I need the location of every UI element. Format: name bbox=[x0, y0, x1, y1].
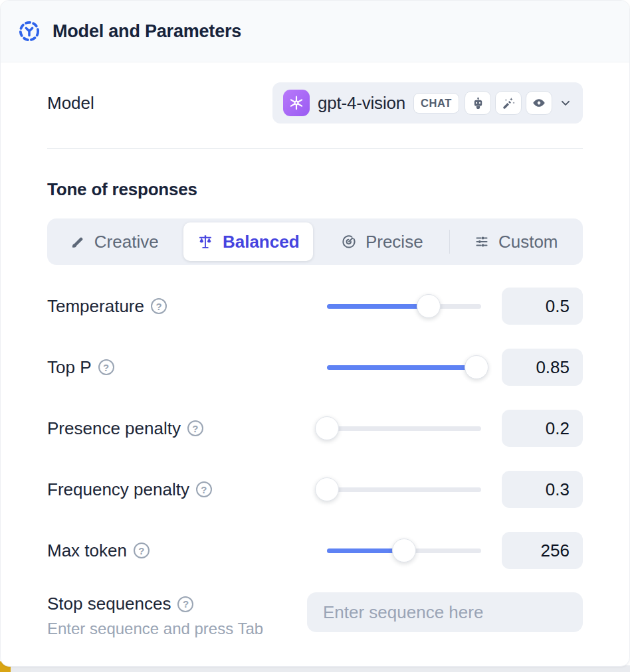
vision-eye-icon bbox=[526, 91, 552, 115]
tab-precise[interactable]: Precise bbox=[317, 222, 447, 261]
target-arrow-icon bbox=[341, 234, 357, 250]
openai-logo-icon bbox=[283, 90, 310, 116]
model-label: Model bbox=[47, 93, 94, 114]
tab-custom[interactable]: Custom bbox=[451, 222, 581, 261]
parameter-label: Frequency penalty bbox=[47, 479, 189, 500]
parameter-label: Presence penalty bbox=[47, 418, 181, 439]
tone-section-title: Tone of responses bbox=[47, 179, 583, 200]
tab-label: Balanced bbox=[223, 232, 300, 252]
max-token-row: Max token ? 256 bbox=[47, 532, 583, 569]
stop-sequences-hint: Enter sequence and press Tab bbox=[47, 620, 307, 638]
model-row: Model bbox=[47, 82, 583, 124]
sliders-icon bbox=[474, 234, 490, 250]
paintbrush-icon bbox=[70, 234, 86, 250]
parameter-label-group: Frequency penalty ? bbox=[47, 479, 327, 500]
tab-label: Precise bbox=[366, 232, 423, 252]
slider-track bbox=[327, 426, 481, 431]
section-divider bbox=[47, 148, 583, 149]
model-hub-icon bbox=[18, 20, 41, 42]
top-p-row: Top P ? 0.85 bbox=[47, 349, 583, 386]
slider-track bbox=[327, 487, 481, 492]
presence-penalty-slider[interactable] bbox=[327, 416, 481, 440]
presence-penalty-row: Presence penalty ? 0.2 bbox=[47, 410, 583, 447]
frequency-penalty-row: Frequency penalty ? 0.3 bbox=[47, 471, 583, 508]
slider-thumb[interactable] bbox=[465, 355, 488, 379]
top-p-value: 0.85 bbox=[502, 349, 583, 386]
segment-divider bbox=[449, 230, 451, 254]
slider-fill bbox=[327, 304, 429, 309]
help-icon[interactable]: ? bbox=[98, 359, 114, 375]
parameter-label-group: Top P ? bbox=[47, 357, 327, 378]
slider-thumb[interactable] bbox=[315, 416, 339, 440]
temperature-slider[interactable] bbox=[327, 294, 481, 318]
stop-sequences-row: Stop sequences ? Enter sequence and pres… bbox=[47, 592, 583, 638]
chevron-down-icon[interactable] bbox=[559, 96, 572, 110]
model-select[interactable]: gpt-4-vision CHAT bbox=[272, 82, 583, 124]
temperature-value: 0.5 bbox=[502, 288, 583, 325]
parameter-label: Max token bbox=[47, 541, 127, 561]
help-icon[interactable]: ? bbox=[151, 298, 167, 314]
max-token-value: 256 bbox=[502, 532, 583, 569]
magic-wand-icon bbox=[495, 91, 522, 115]
help-icon[interactable]: ? bbox=[187, 420, 203, 436]
help-icon[interactable]: ? bbox=[196, 481, 212, 497]
help-icon[interactable]: ? bbox=[134, 543, 150, 558]
presence-penalty-value: 0.2 bbox=[502, 410, 583, 447]
balance-scale-icon bbox=[197, 233, 214, 250]
tab-label: Creative bbox=[94, 232, 159, 252]
model-type-badge: CHAT bbox=[413, 93, 459, 114]
frequency-penalty-slider[interactable] bbox=[327, 477, 481, 501]
robot-icon bbox=[465, 91, 491, 115]
help-icon[interactable]: ? bbox=[177, 596, 193, 612]
panel-title: Model and Parameters bbox=[52, 21, 241, 42]
top-p-slider[interactable] bbox=[327, 355, 481, 379]
model-name: gpt-4-vision bbox=[318, 93, 405, 114]
slider-thumb[interactable] bbox=[392, 539, 416, 562]
tab-label: Custom bbox=[498, 232, 558, 252]
parameter-label: Temperature bbox=[47, 296, 144, 317]
frequency-penalty-value: 0.3 bbox=[502, 471, 583, 508]
parameter-label-group: Presence penalty ? bbox=[47, 418, 327, 439]
tab-creative[interactable]: Creative bbox=[49, 222, 179, 261]
slider-thumb[interactable] bbox=[417, 294, 441, 318]
stop-sequences-label: Stop sequences bbox=[47, 594, 171, 614]
max-token-slider[interactable] bbox=[327, 539, 481, 562]
slider-thumb[interactable] bbox=[315, 477, 339, 501]
stop-sequences-labels: Stop sequences ? Enter sequence and pres… bbox=[47, 592, 307, 638]
parameter-label-group: Temperature ? bbox=[47, 296, 327, 317]
model-parameters-panel: Model and Parameters Model bbox=[0, 0, 630, 667]
tab-balanced[interactable]: Balanced bbox=[183, 222, 314, 261]
slider-fill bbox=[327, 365, 476, 370]
parameter-label: Top P bbox=[47, 357, 92, 378]
stop-sequence-input[interactable] bbox=[307, 592, 583, 632]
parameter-label-group: Max token ? bbox=[47, 541, 327, 561]
temperature-row: Temperature ? 0.5 bbox=[47, 288, 583, 325]
tone-segmented-control: Creative Balanced bbox=[47, 218, 583, 265]
panel-header: Model and Parameters bbox=[1, 1, 629, 62]
